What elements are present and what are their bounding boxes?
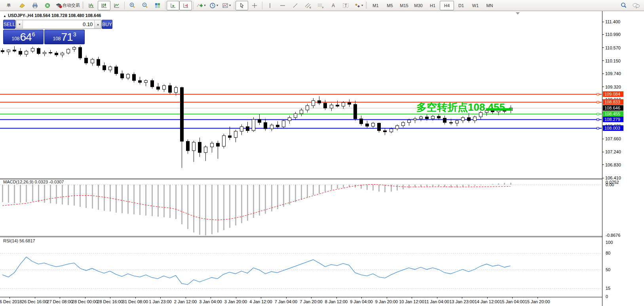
candle-body [509, 108, 513, 110]
candle-body [414, 119, 417, 120]
bid-price-button[interactable]: 108646 [3, 30, 44, 44]
vertical-line-button[interactable] [264, 1, 276, 10]
templates-dropdown-caret[interactable]: ▾ [229, 4, 231, 7]
collapse-triangle-icon[interactable]: ▲ [3, 14, 6, 18]
price-axis[interactable]: 111.400110.990110.570110.150109.740109.3… [602, 11, 644, 306]
news-broadcast-button[interactable] [41, 1, 54, 10]
printer-icon [32, 2, 38, 9]
crosshair-button[interactable] [248, 1, 261, 10]
volume-input[interactable] [23, 20, 94, 28]
candle-body [127, 74, 130, 78]
metaeditor-button[interactable] [16, 1, 28, 10]
one-click-trading-panel: SELL ▼ ▲ BUY 108646 108713 [3, 20, 85, 44]
toolbar-grip2[interactable] [366, 2, 367, 9]
equidistant-channel-icon: E [304, 2, 312, 9]
tick-dash [602, 74, 604, 74]
zoom-in-button[interactable] [126, 1, 139, 10]
volume-decrement-button[interactable]: ▼ [16, 20, 23, 28]
candlestick-icon [101, 2, 107, 9]
arrows-button[interactable]: ▾ [352, 1, 365, 10]
chart-shift-marker-icon[interactable] [516, 12, 520, 15]
zoom-out-button[interactable] [139, 1, 151, 10]
tick-value: 109.320 [605, 85, 621, 89]
buy-button[interactable]: BUY [102, 20, 112, 29]
candle-body [282, 121, 285, 127]
bar-chart-button[interactable] [85, 1, 98, 10]
candle-body [443, 118, 446, 123]
price-tick: 107.240 [602, 149, 621, 154]
sell-button[interactable]: SELL [3, 20, 15, 29]
cursor-button[interactable] [236, 1, 248, 10]
timeframe-button-w1[interactable]: W1 [468, 1, 483, 10]
macd-panel-splitter[interactable] [0, 178, 644, 179]
timeframe-button-mn[interactable]: MN [483, 1, 497, 10]
fibonacci-button[interactable]: F [314, 1, 327, 10]
candle-body [456, 121, 459, 123]
candle-body [109, 67, 112, 70]
time-axis-label: 26 Dec 2018 [0, 299, 22, 304]
line-chart-button[interactable] [110, 1, 123, 10]
time-axis-label: 27 Dec 08:00 [47, 299, 72, 304]
periods-button[interactable]: ▾ [207, 1, 220, 10]
candle-body [133, 74, 136, 81]
timeframe-button-m30[interactable]: M30 [411, 1, 426, 10]
timeframe-button-m1[interactable]: M1 [369, 1, 383, 10]
arrows-dropdown-caret[interactable]: ▾ [361, 4, 363, 7]
time-tick [286, 297, 287, 298]
equidistant-channel-button[interactable]: E [302, 1, 314, 10]
candle-body [479, 113, 483, 117]
text-label-button[interactable]: T [340, 1, 352, 10]
templates-button[interactable]: ▾ [220, 1, 233, 10]
rsi-axis-value: 50 [606, 267, 610, 272]
auto-scroll-button[interactable] [167, 1, 179, 10]
candlestick-chart-button[interactable] [98, 1, 110, 10]
text-button[interactable]: A [327, 1, 340, 10]
chart-shift-button[interactable] [179, 1, 192, 10]
chart-canvas[interactable] [0, 0, 644, 306]
indicators-button[interactable]: ▾ [195, 1, 207, 10]
toolbar-grip[interactable] [82, 2, 84, 9]
candle-body [97, 59, 100, 66]
search-button[interactable] [617, 1, 630, 10]
trendline-button[interactable] [289, 1, 302, 10]
candle-body [246, 127, 249, 130]
ask-price-button[interactable]: 108713 [44, 30, 85, 44]
rsi-indicator-label: RSI(14) 56.6817 [3, 238, 35, 243]
print-button[interactable] [28, 1, 41, 10]
timeframe-button-h4[interactable]: H4 [440, 1, 454, 10]
volume-increment-button[interactable]: ▲ [94, 20, 101, 28]
chat-button[interactable] [630, 1, 642, 10]
time-axis[interactable]: 26 Dec 201826 Dec 16:0027 Dec 08:0028 De… [0, 297, 602, 306]
macd-axis-value: 0.00 [606, 182, 614, 187]
timeframe-button-m5[interactable]: M5 [383, 1, 397, 10]
pivot-annotation[interactable]: 多空转折点108.455 [416, 102, 505, 113]
level-line-handle[interactable] [597, 119, 599, 121]
horizontal-line-button[interactable] [276, 1, 289, 10]
timeframe-button-m15[interactable]: M15 [397, 1, 411, 10]
tick-dash [602, 22, 604, 22]
svg-text:F: F [322, 6, 324, 9]
level-line-handle[interactable] [597, 101, 599, 103]
level-line-handle[interactable] [597, 93, 599, 95]
indicators-dropdown-caret[interactable]: ▾ [204, 4, 205, 7]
autotrading-button[interactable]: 自动交易 [54, 1, 82, 10]
rsi-panel-splitter[interactable] [0, 236, 644, 237]
chart-title-text: USDJPY-,H4 108.564 108.728 108.480 108.6… [8, 13, 101, 18]
candle-body [31, 48, 34, 51]
macd-axis-value: -0.8676 [606, 233, 620, 238]
candle-body [211, 143, 214, 147]
periods-dropdown-caret[interactable]: ▾ [217, 4, 218, 7]
level-price-label: 108.833 [603, 99, 623, 105]
candle-body [336, 105, 339, 106]
level-line-handle[interactable] [597, 127, 599, 129]
candle-body [294, 114, 297, 117]
zoom-out-icon [142, 2, 148, 9]
timeframe-button-d1[interactable]: D1 [454, 1, 468, 10]
zoom-in-icon [129, 2, 136, 9]
tile-windows-button[interactable] [151, 1, 164, 10]
timeframe-button-h1[interactable]: H1 [426, 1, 440, 10]
new-order-button[interactable]: 单 [2, 1, 16, 10]
time-tick [60, 297, 60, 298]
level-line-handle[interactable] [597, 113, 599, 115]
ask-pip-digit: 3 [73, 30, 76, 38]
